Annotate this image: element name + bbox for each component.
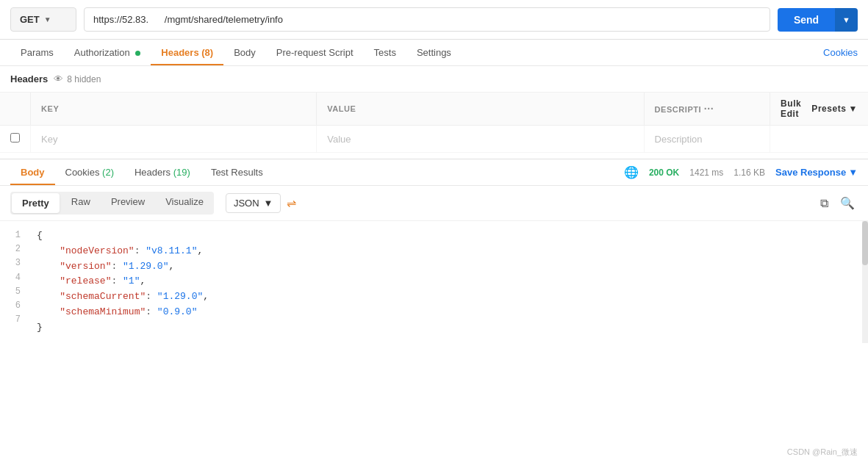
method-label: GET bbox=[20, 14, 40, 25]
code-line-4: "release": "1", bbox=[37, 274, 861, 289]
line-numbers: 1 2 3 4 5 6 7 bbox=[0, 228, 29, 336]
code-line-1: { bbox=[37, 228, 861, 244]
top-bar: GET ▼ Send ▼ bbox=[0, 0, 868, 40]
send-chevron-button[interactable]: ▼ bbox=[835, 8, 858, 32]
description-placeholder: Description bbox=[655, 134, 703, 145]
presets-chevron-icon: ▼ bbox=[849, 104, 858, 114]
view-tab-pretty[interactable]: Pretty bbox=[12, 193, 60, 213]
code-line-3: "version": "1.29.0", bbox=[37, 259, 861, 275]
value-cell: Value bbox=[317, 126, 644, 153]
format-label: JSON bbox=[234, 198, 259, 209]
tab-authorization[interactable]: Authorization bbox=[64, 40, 151, 65]
presets-button[interactable]: Presets ▼ bbox=[811, 104, 858, 114]
globe-icon: 🌐 bbox=[624, 165, 639, 179]
table-header-row: KEY VALUE DESCRIPTI ··· Bulk Edit Preset… bbox=[0, 93, 868, 126]
code-line-2: "nodeVersion": "v8.11.1", bbox=[37, 244, 861, 259]
hidden-badge: 👁 8 hidden bbox=[54, 73, 101, 84]
search-icon[interactable]: 🔍 bbox=[837, 193, 858, 213]
bulk-edit-button[interactable]: Bulk Edit bbox=[781, 98, 801, 119]
format-dropdown[interactable]: JSON ▼ bbox=[226, 193, 281, 213]
more-icon: ··· bbox=[704, 103, 714, 115]
response-headers-badge: (19) bbox=[173, 167, 190, 178]
save-response-button[interactable]: Save Response ▼ bbox=[775, 167, 858, 178]
time-label: 1421 ms bbox=[689, 167, 723, 178]
method-dropdown[interactable]: GET ▼ bbox=[10, 7, 76, 32]
response-tabs: Body Cookies (2) Headers (19) Test Resul… bbox=[0, 159, 868, 186]
th-description: DESCRIPTI ··· bbox=[644, 93, 770, 126]
th-key: KEY bbox=[31, 93, 317, 126]
send-btn-group: Send ▼ bbox=[778, 8, 858, 32]
view-tab-raw[interactable]: Raw bbox=[61, 192, 101, 215]
table-row: Key Value Description bbox=[0, 126, 868, 153]
view-tab-preview[interactable]: Preview bbox=[101, 192, 155, 215]
scrollbar-track[interactable] bbox=[862, 221, 868, 343]
view-tabs: Pretty Raw Preview Visualize bbox=[10, 192, 214, 215]
save-response-chevron-icon: ▼ bbox=[848, 167, 858, 178]
th-checkbox bbox=[0, 93, 31, 126]
tab-pre-request[interactable]: Pre-request Script bbox=[266, 40, 364, 65]
response-tab-test-results[interactable]: Test Results bbox=[201, 159, 273, 185]
cookies-badge: (2) bbox=[102, 167, 114, 178]
status-label: 200 OK bbox=[649, 167, 679, 178]
tab-tests[interactable]: Tests bbox=[364, 40, 406, 65]
code-area: 1 2 3 4 5 6 7 { "nodeVersion": "v8.11.1"… bbox=[0, 221, 868, 343]
tab-body[interactable]: Body bbox=[223, 40, 266, 65]
response-tab-cookies[interactable]: Cookies (2) bbox=[55, 159, 124, 185]
method-chevron-icon: ▼ bbox=[44, 15, 51, 24]
cookies-link[interactable]: Cookies bbox=[823, 40, 858, 65]
wrap-icon[interactable]: ⇌ bbox=[287, 196, 296, 210]
copy-icon[interactable]: ⧉ bbox=[817, 194, 831, 213]
th-value: VALUE bbox=[317, 93, 644, 126]
description-cell: Description bbox=[644, 126, 770, 153]
send-button[interactable]: Send bbox=[778, 8, 835, 32]
code-line-5: "schemaCurrent": "1.29.0", bbox=[37, 289, 861, 305]
hidden-count: 8 hidden bbox=[67, 74, 101, 84]
row-checkbox[interactable] bbox=[0, 126, 31, 153]
view-tab-visualize[interactable]: Visualize bbox=[155, 192, 214, 215]
response-tab-body[interactable]: Body bbox=[10, 159, 55, 185]
url-input[interactable] bbox=[84, 7, 770, 32]
tab-headers[interactable]: Headers (8) bbox=[151, 40, 223, 65]
size-label: 1.16 KB bbox=[734, 167, 765, 178]
format-bar: Pretty Raw Preview Visualize JSON ▼ ⇌ ⧉ … bbox=[0, 186, 868, 221]
section-header: Headers 👁 8 hidden bbox=[0, 66, 868, 93]
key-placeholder: Key bbox=[41, 134, 57, 145]
response-meta: 🌐 200 OK 1421 ms 1.16 KB Save Response ▼ bbox=[624, 165, 858, 179]
code-line-7: } bbox=[37, 320, 861, 336]
headers-table: KEY VALUE DESCRIPTI ··· Bulk Edit Preset… bbox=[0, 93, 868, 153]
actions-cell bbox=[770, 126, 868, 153]
key-cell: Key bbox=[31, 126, 317, 153]
scrollbar-thumb[interactable] bbox=[862, 221, 868, 265]
tab-params[interactable]: Params bbox=[10, 40, 64, 65]
row-checkbox-input[interactable] bbox=[10, 133, 20, 143]
section-title: Headers bbox=[10, 73, 48, 84]
response-tab-headers[interactable]: Headers (19) bbox=[124, 159, 201, 185]
eye-icon: 👁 bbox=[54, 73, 63, 84]
value-placeholder: Value bbox=[327, 134, 351, 145]
code-content: { "nodeVersion": "v8.11.1", "version": "… bbox=[29, 228, 868, 336]
th-actions: Bulk Edit Presets ▼ bbox=[770, 93, 868, 126]
code-line-6: "schemaMinimum": "0.9.0" bbox=[37, 305, 861, 320]
authorization-dot bbox=[135, 51, 140, 56]
tab-settings[interactable]: Settings bbox=[406, 40, 462, 65]
nav-tabs: Params Authorization Headers (8) Body Pr… bbox=[0, 40, 868, 66]
format-chevron-icon: ▼ bbox=[264, 198, 273, 209]
